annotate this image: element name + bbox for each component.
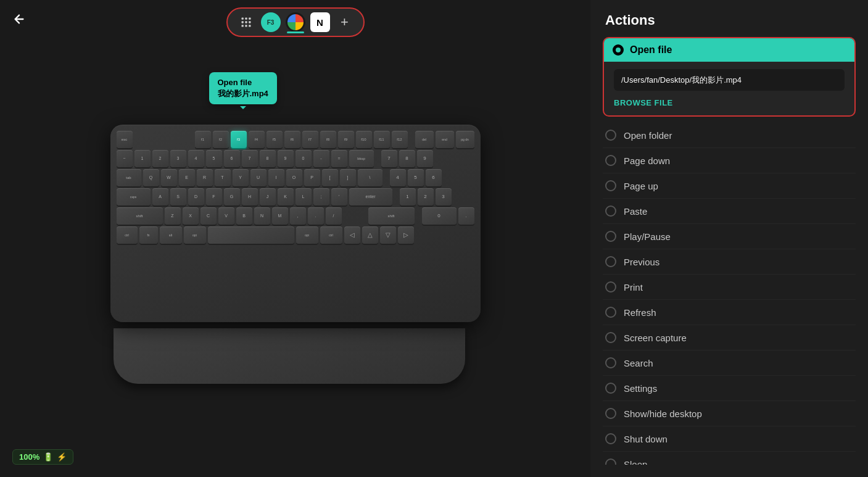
key-1[interactable]: 1 <box>134 150 151 167</box>
chrome-icon[interactable] <box>286 12 305 32</box>
key-f10[interactable]: f10 <box>356 131 372 148</box>
action-list-item[interactable]: Screen capture <box>603 325 856 350</box>
key-loption[interactable]: opt <box>184 226 206 244</box>
key-f6[interactable]: f6 <box>284 131 300 148</box>
key-q[interactable]: Q <box>143 169 159 186</box>
key-numdot[interactable]: . <box>458 207 474 225</box>
key-h[interactable]: H <box>242 188 258 205</box>
key-backslash[interactable]: \ <box>358 169 382 186</box>
key-6[interactable]: 6 <box>224 150 240 167</box>
action-list-item[interactable]: Page up <box>603 173 856 199</box>
key-p[interactable]: P <box>304 169 320 186</box>
key-num6[interactable]: 6 <box>426 169 442 186</box>
key-fn[interactable]: fn <box>139 226 158 244</box>
action-list-item[interactable]: Open folder <box>603 123 856 148</box>
key-f5[interactable]: f5 <box>267 131 283 148</box>
key-y[interactable]: Y <box>233 169 249 186</box>
key-tab[interactable]: tab <box>117 169 141 186</box>
key-v[interactable]: V <box>218 207 234 225</box>
key-f4[interactable]: f4 <box>249 131 265 148</box>
key-num8[interactable]: 8 <box>399 150 415 167</box>
key-3[interactable]: 3 <box>170 150 186 167</box>
key-i[interactable]: I <box>268 169 284 186</box>
key-semicolon[interactable]: ; <box>313 188 329 205</box>
key-num4[interactable]: 4 <box>390 169 406 186</box>
key-ralt[interactable]: ctrl <box>320 226 342 244</box>
key-num0[interactable]: 0 <box>422 207 457 225</box>
key-c[interactable]: C <box>200 207 217 225</box>
key-r[interactable]: R <box>197 169 213 186</box>
key-num7[interactable]: 7 <box>381 150 397 167</box>
action-list-item[interactable]: Previous <box>603 249 856 275</box>
action-list-item[interactable]: Search <box>603 350 856 376</box>
key-num5[interactable]: 5 <box>408 169 424 186</box>
open-file-radio[interactable] <box>613 44 624 56</box>
action-list-item[interactable]: Sleep <box>603 452 856 465</box>
action-list-item[interactable]: Settings <box>603 376 856 401</box>
key-w[interactable]: W <box>161 169 177 186</box>
file-path-input[interactable] <box>614 69 845 91</box>
key-t[interactable]: T <box>215 169 231 186</box>
key-up[interactable]: △ <box>362 226 378 244</box>
grid-icon[interactable] <box>236 12 256 32</box>
back-button[interactable] <box>12 12 26 26</box>
key-f3[interactable]: f3 <box>231 131 247 148</box>
key-space[interactable] <box>208 226 294 244</box>
key-g[interactable]: G <box>224 188 240 205</box>
key-enter[interactable]: enter <box>349 188 392 205</box>
key-d[interactable]: D <box>188 188 204 205</box>
key-num9[interactable]: 9 <box>417 150 433 167</box>
key-rbracket[interactable]: ] <box>340 169 356 186</box>
key-end[interactable]: end <box>436 131 454 148</box>
key-7[interactable]: 7 <box>242 150 258 167</box>
key-9[interactable]: 9 <box>278 150 294 167</box>
green-app-icon[interactable]: F3 <box>261 12 281 32</box>
key-f7[interactable]: f7 <box>302 131 318 148</box>
key-f[interactable]: F <box>206 188 222 205</box>
action-list-item[interactable]: Paste <box>603 199 856 224</box>
key-e[interactable]: E <box>179 169 195 186</box>
key-del[interactable]: del <box>415 131 434 148</box>
key-comma[interactable]: , <box>290 207 306 225</box>
key-a[interactable]: A <box>152 188 168 205</box>
add-app-button[interactable]: + <box>335 12 355 32</box>
key-o[interactable]: O <box>286 169 302 186</box>
key-k[interactable]: K <box>278 188 294 205</box>
key-5[interactable]: 5 <box>206 150 222 167</box>
key-f11[interactable]: f11 <box>374 131 390 148</box>
key-f12[interactable]: f12 <box>392 131 408 148</box>
key-minus[interactable]: - <box>313 150 329 167</box>
key-esc[interactable]: esc <box>117 131 133 148</box>
key-rshift[interactable]: shift <box>368 207 415 225</box>
key-z[interactable]: Z <box>165 207 181 225</box>
key-right[interactable]: ▷ <box>398 226 414 244</box>
key-f2[interactable]: f2 <box>213 131 229 148</box>
key-n[interactable]: N <box>254 207 270 225</box>
key-lshift[interactable]: shift <box>117 207 163 225</box>
key-f1[interactable]: f1 <box>195 131 211 148</box>
key-u[interactable]: U <box>250 169 267 186</box>
key-x[interactable]: X <box>183 207 199 225</box>
key-down[interactable]: ▽ <box>380 226 396 244</box>
key-l[interactable]: L <box>296 188 312 205</box>
key-num1[interactable]: 1 <box>400 188 416 205</box>
key-f8[interactable]: f8 <box>320 131 336 148</box>
key-2[interactable]: 2 <box>152 150 168 167</box>
key-slash[interactable]: / <box>326 207 342 225</box>
key-s[interactable]: S <box>170 188 186 205</box>
key-num3[interactable]: 3 <box>436 188 452 205</box>
key-0[interactable]: 0 <box>296 150 312 167</box>
key-m[interactable]: M <box>272 207 288 225</box>
key-lctrl[interactable]: ctrl <box>117 226 138 244</box>
key-lalt[interactable]: alt <box>160 226 182 244</box>
key-quote[interactable]: ' <box>331 188 347 205</box>
action-list-item[interactable]: Play/Pause <box>603 224 856 249</box>
key-4[interactable]: 4 <box>188 150 204 167</box>
browse-file-button[interactable]: BROWSE FILE <box>614 98 673 107</box>
key-num2[interactable]: 2 <box>418 188 434 205</box>
key-capslock[interactable]: caps <box>117 188 151 205</box>
key-8[interactable]: 8 <box>260 150 276 167</box>
action-list-item[interactable]: Show/hide desktop <box>603 401 856 426</box>
key-period[interactable]: . <box>308 207 324 225</box>
action-list-item[interactable]: Refresh <box>603 300 856 325</box>
